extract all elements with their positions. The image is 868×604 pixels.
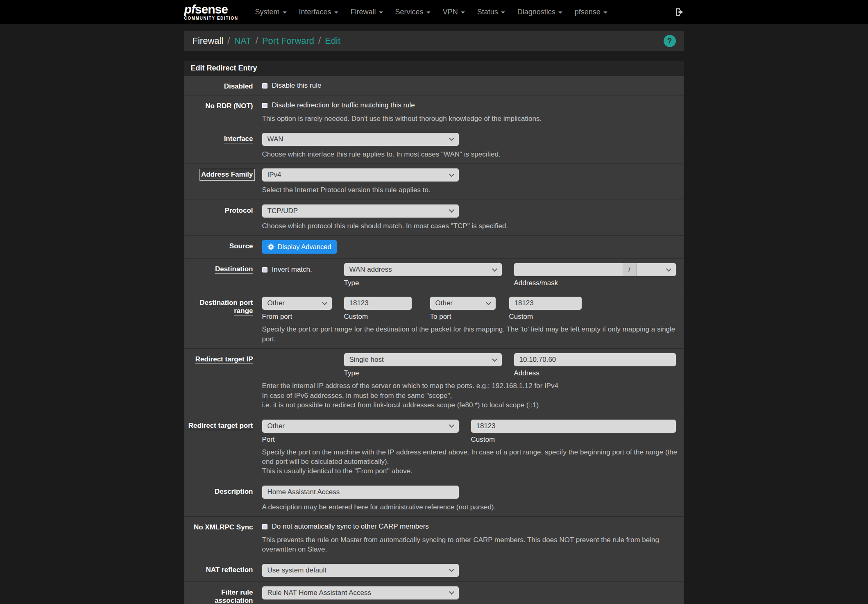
nav-item-services[interactable]: Services <box>389 0 437 24</box>
nordr-help: This option is rarely needed. Don't use … <box>262 114 678 123</box>
xmlrpc-help: This prevents the rule on Master from au… <box>262 535 678 554</box>
nav-item-firewall[interactable]: Firewall <box>344 0 389 24</box>
nordr-label: No RDR (NOT) <box>184 100 262 123</box>
checkbox-icon[interactable] <box>262 267 267 272</box>
nav-item-vpn[interactable]: VPN <box>437 0 471 24</box>
address-family-select[interactable]: IPv4 <box>262 168 459 182</box>
form-row-redirect-target-ip: Redirect target IP Single host Type Addr… <box>184 349 684 415</box>
form-row-interface: Interface WAN Choose which interface thi… <box>184 128 684 164</box>
destination-type-select[interactable]: WAN address <box>344 263 502 276</box>
invert-match-checkbox[interactable]: Invert match. <box>262 264 312 274</box>
redirect-ip-address-input[interactable] <box>514 353 676 366</box>
edit-redirect-entry-panel: Edit Redirect Entry Disabled Disable thi… <box>184 61 684 604</box>
destination-address-input[interactable] <box>514 263 623 276</box>
from-port-select[interactable]: Other <box>262 297 332 310</box>
chevron-down-icon <box>449 172 454 177</box>
chevron-down-icon <box>449 567 454 572</box>
to-port-custom-input[interactable] <box>509 297 582 310</box>
redirect-ip-address-caption: Address <box>514 369 676 377</box>
chevron-down-icon <box>486 300 491 305</box>
interface-help: Choose which interface this rule applies… <box>262 150 678 159</box>
redirect-target-ip-label: Redirect target IP <box>184 353 262 410</box>
redirect-port-help: Specify the port on the machine with the… <box>262 447 678 476</box>
redirect-ip-help: Enter the internal IP address of the ser… <box>262 381 678 410</box>
nat-reflection-select[interactable]: Use system default <box>262 564 459 577</box>
form-row-nat-reflection: NAT reflection Use system default <box>184 559 684 582</box>
form-row-nordr: No RDR (NOT) Disable redirection for tra… <box>184 95 684 128</box>
destination-address-caption: Address/mask <box>514 279 676 287</box>
checkbox-icon[interactable] <box>262 524 267 529</box>
to-port-caption: To port <box>430 313 496 321</box>
top-navbar: pfsense COMMUNITY EDITION System Interfa… <box>0 0 868 24</box>
chevron-down-icon <box>449 207 454 213</box>
form-row-protocol: Protocol TCP/UDP Choose which protocol t… <box>184 200 684 236</box>
display-advanced-button[interactable]: Display Advanced <box>262 240 337 254</box>
form-row-description: Description A description may be entered… <box>184 481 684 517</box>
destination-mask-select[interactable] <box>637 263 676 276</box>
xmlrpc-checkbox[interactable]: Do not automatically sync to other CARP … <box>262 521 429 531</box>
chevron-down-icon <box>449 589 454 595</box>
dest-port-range-label: Destination port range <box>184 297 262 344</box>
nav-item-status[interactable]: Status <box>471 0 511 24</box>
redirect-port-custom-input[interactable] <box>471 420 676 433</box>
panel-title: Edit Redirect Entry <box>184 61 684 76</box>
description-input[interactable] <box>262 486 459 499</box>
chevron-down-icon <box>666 266 671 272</box>
redirect-ip-type-select[interactable]: Single host <box>344 353 502 366</box>
redirect-target-port-label: Redirect target port <box>184 420 262 476</box>
redirect-port-custom-caption: Custom <box>471 436 676 444</box>
filter-rule-association-select[interactable]: Rule NAT Home Assistant Access <box>262 586 459 599</box>
pfsense-logo-subtitle: COMMUNITY EDITION <box>184 16 238 20</box>
caret-down-icon <box>379 11 383 14</box>
caret-down-icon <box>501 11 505 14</box>
nat-reflection-label: NAT reflection <box>184 564 262 577</box>
nav-item-pfsense[interactable]: pfsense <box>569 0 614 24</box>
sign-out-icon <box>675 7 684 17</box>
checkbox-icon[interactable] <box>262 83 267 89</box>
from-port-custom-input[interactable] <box>344 297 412 310</box>
page-body: Firewall / NAT / Port Forward / Edit ? E… <box>0 24 868 604</box>
protocol-select[interactable]: TCP/UDP <box>262 204 459 218</box>
nav-item-system[interactable]: System <box>249 0 293 24</box>
main-menu: System Interfaces Firewall Services VPN … <box>249 0 614 24</box>
address-family-label: Address Family <box>184 168 262 195</box>
pfsense-logo-title: pfsense <box>184 3 238 16</box>
from-port-caption: From port <box>262 313 332 321</box>
form-row-filter-rule-association: Filter rule association Rule NAT Home As… <box>184 582 684 604</box>
form-row-redirect-target-port: Redirect target port Other Port Custom <box>184 415 684 481</box>
to-custom-caption: Custom <box>509 313 582 321</box>
description-help: A description may be entered here for ad… <box>262 502 678 512</box>
form-row-disabled: Disabled Disable this rule <box>184 76 684 95</box>
form-row-address-family: Address Family IPv4 Select the Internet … <box>184 164 684 200</box>
disable-rule-checkbox[interactable]: Disable this rule <box>262 80 322 90</box>
breadcrumb-link-nat[interactable]: NAT <box>234 36 251 46</box>
source-label: Source <box>184 240 262 254</box>
xmlrpc-label: No XMLRPC Sync <box>184 521 262 554</box>
to-port-select[interactable]: Other <box>430 297 496 310</box>
chevron-down-icon <box>492 356 497 362</box>
redirect-ip-type-caption: Type <box>344 369 502 377</box>
breadcrumb-link-edit[interactable]: Edit <box>325 36 340 46</box>
pfsense-logo[interactable]: pfsense COMMUNITY EDITION <box>184 3 238 20</box>
destination-label: Destination <box>184 263 262 287</box>
address-mask-separator: / <box>623 263 637 276</box>
breadcrumb-section: Firewall <box>193 36 224 46</box>
protocol-label: Protocol <box>184 204 262 231</box>
chevron-down-icon <box>449 422 454 428</box>
chevron-down-icon <box>322 300 327 305</box>
checkbox-icon[interactable] <box>262 103 267 108</box>
breadcrumb-link-port-forward[interactable]: Port Forward <box>262 36 314 46</box>
breadcrumb-bar: Firewall / NAT / Port Forward / Edit ? <box>184 31 684 51</box>
interface-label: Interface <box>184 133 262 159</box>
dest-port-range-help: Specify the port or port range for the d… <box>262 325 678 344</box>
caret-down-icon <box>426 11 431 14</box>
help-icon[interactable]: ? <box>664 35 676 47</box>
filter-rule-association-label: Filter rule association <box>184 586 262 604</box>
nordr-checkbox[interactable]: Disable redirection for traffic matching… <box>262 100 415 109</box>
redirect-port-select[interactable]: Other <box>262 420 459 433</box>
interface-select[interactable]: WAN <box>262 133 459 146</box>
nav-item-diagnostics[interactable]: Diagnostics <box>511 0 569 24</box>
chevron-down-icon <box>492 266 497 272</box>
nav-item-interfaces[interactable]: Interfaces <box>293 0 344 24</box>
logout-button[interactable] <box>675 7 684 17</box>
